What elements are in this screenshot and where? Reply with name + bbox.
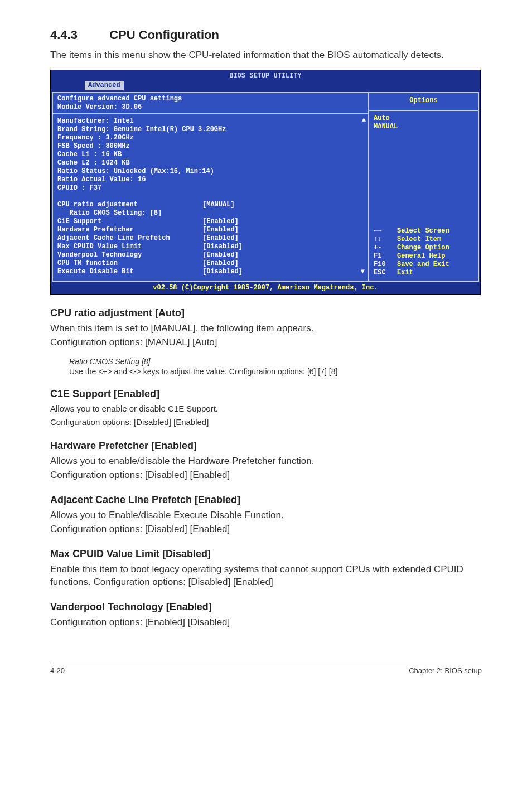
bios-info-line: Ratio Status: Unlocked (Max:16, Min:14) [57, 167, 364, 176]
help-text: Save and Exit [397, 260, 449, 269]
bios-setting-row[interactable]: Hardware Prefetcher [Enabled] [57, 226, 364, 234]
bios-setting-label: Ratio CMOS Setting: [8] [57, 209, 202, 218]
bios-info-line: Frequency : 3.20GHz [57, 134, 364, 142]
bios-left-body: ▲ Manufacturer: Intel Brand String: Genu… [53, 114, 368, 281]
help-text: Change Option [397, 244, 449, 252]
help-key: ↑↓ [374, 235, 397, 244]
sub-heading-vanderpool: Vanderpool Technology [Enabled] [50, 601, 482, 613]
sub-heading-c1e: C1E Support [Enabled] [50, 388, 482, 400]
bios-configure-line: Configure advanced CPU settings [57, 95, 364, 103]
help-row: ←→Select Screen [374, 227, 473, 235]
help-key: F1 [374, 252, 397, 260]
bios-info-line: CPUID : F37 [57, 184, 364, 192]
bios-setting-value: [Enabled] [202, 259, 239, 268]
bios-setting-row[interactable]: CPU TM function [Enabled] [57, 259, 364, 268]
page-number: 4-20 [50, 666, 65, 675]
section-number: 4.4.3 [50, 28, 106, 42]
sub-heading-adj-cache: Adjacent Cache Line Prefetch [Enabled] [50, 494, 482, 506]
help-key: F10 [374, 260, 397, 269]
bios-setting-row[interactable]: Execute Disable Bit [Disabled] ▼ [57, 268, 364, 276]
help-text: Select Item [397, 235, 441, 244]
bios-setting-value: [Enabled] [202, 218, 239, 226]
section-title-text: CPU Configuration [109, 28, 219, 42]
bios-setting-label: Max CPUID Value Limit [57, 243, 202, 251]
sub-heading-max-cpuid: Max CPUID Value Limit [Disabled] [50, 548, 482, 560]
bios-setting-value: [Enabled] [202, 226, 239, 234]
bios-screenshot: BIOS SETUP UTILITY Advanced Configure ad… [50, 70, 481, 295]
bios-title: BIOS SETUP UTILITY [51, 70, 480, 80]
help-key: ESC [374, 269, 397, 277]
sub-body: Configuration options: [Enabled] [Disabl… [50, 616, 482, 629]
bios-setting-row[interactable]: C1E Support [Enabled] [57, 218, 364, 226]
bios-setting-value: [Enabled] [202, 234, 239, 243]
bios-setting-label: Hardware Prefetcher [57, 226, 202, 234]
bios-info-line: Cache L2 : 1024 KB [57, 159, 364, 167]
bios-setting-label: Adjacent Cache Line Prefetch [57, 234, 202, 243]
bios-setting-row[interactable]: Vanderpool Technology [Enabled] [57, 251, 364, 259]
help-text: General Help [397, 252, 445, 260]
help-row: ESCExit [374, 269, 473, 277]
bios-info-line: FSB Speed : 800MHz [57, 142, 364, 151]
chapter-label: Chapter 2: BIOS setup [409, 666, 482, 675]
sub-body: Configuration options: [Disabled] [Enabl… [50, 523, 482, 536]
bios-options-header: Options [369, 93, 478, 111]
scroll-up-icon: ▲ [362, 116, 366, 124]
sub-body: Allows you to Enable/disable Execute Dis… [50, 509, 482, 522]
page-footer: 4-20 Chapter 2: BIOS setup [50, 663, 482, 675]
bios-setting-row[interactable]: Adjacent Cache Line Prefetch [Enabled] [57, 234, 364, 243]
bios-info-line: Ratio Actual Value: 16 [57, 176, 364, 184]
section-heading: 4.4.3 CPU Configuration [50, 28, 482, 42]
bios-setting-label: CPU TM function [57, 259, 202, 268]
help-row: F10Save and Exit [374, 260, 473, 269]
scroll-down-icon: ▼ [361, 268, 365, 276]
bios-setting-value: [MANUAL] [202, 201, 235, 209]
bios-tabs: Advanced [51, 80, 480, 92]
bios-setting-label: Execute Disable Bit [57, 268, 202, 276]
bios-setting-value: [Disabled] [202, 243, 243, 251]
bios-tab-advanced[interactable]: Advanced [84, 80, 124, 91]
bios-setting-row[interactable]: Max CPUID Value Limit [Disabled] [57, 243, 364, 251]
sub-body: Allows you to enable or disable C1E Supp… [50, 403, 482, 414]
help-text: Select Screen [397, 227, 449, 235]
bios-option: MANUAL [374, 123, 473, 131]
sub-body: Enable this item to boot legacy operatin… [50, 563, 482, 589]
help-row: F1General Help [374, 252, 473, 260]
ratio-cmos-body: Use the <+> and <-> keys to adjust the v… [69, 367, 482, 376]
bios-info-line: Brand String: Genuine Intel(R) CPU 3.20G… [57, 125, 364, 134]
bios-option: Auto [374, 114, 473, 123]
ratio-cmos-title: Ratio CMOS Setting [8] [69, 357, 482, 366]
ratio-cmos-block: Ratio CMOS Setting [8] Use the <+> and <… [69, 357, 482, 376]
help-key: +- [374, 244, 397, 252]
bios-setting-label: C1E Support [57, 218, 202, 226]
bios-left-header: Configure advanced CPU settings Module V… [53, 93, 368, 114]
bios-info-line: Manufacturer: Intel [57, 117, 364, 125]
sub-body: Allows you to enable/disable the Hardwar… [50, 455, 482, 468]
bios-setting-label: CPU ratio adjustment [57, 201, 202, 209]
bios-setting-value: [Enabled] [202, 251, 239, 259]
bios-help-panel: Auto MANUAL ←→Select Screen ↑↓Select Ite… [369, 111, 478, 281]
help-row: ↑↓Select Item [374, 235, 473, 244]
bios-module-version: Module Version: 3D.06 [57, 103, 364, 112]
help-key: ←→ [374, 227, 397, 235]
bios-setting-row[interactable]: Ratio CMOS Setting: [8] [57, 209, 364, 218]
sub-heading-hw-prefetch: Hardware Prefetcher [Enabled] [50, 440, 482, 452]
bios-setting-label: Vanderpool Technology [57, 251, 202, 259]
bios-info-line: Cache L1 : 16 KB [57, 151, 364, 159]
bios-setting-value: [Disabled] [202, 268, 243, 276]
sub-body: Configuration options: [Disabled] [Enabl… [50, 417, 482, 428]
help-row: +-Change Option [374, 244, 473, 252]
help-text: Exit [397, 269, 413, 277]
sub-heading-cpu-ratio: CPU ratio adjustment [Auto] [50, 307, 482, 319]
sub-body: Configuration options: [MANUAL] [Auto] [50, 336, 482, 349]
bios-setting-row[interactable]: CPU ratio adjustment [MANUAL] [57, 201, 364, 209]
sub-body: Configuration options: [Disabled] [Enabl… [50, 469, 482, 482]
bios-copyright: v02.58 (C)Copyright 1985-2007, American … [51, 283, 480, 294]
section-intro: The items in this menu show the CPU-rela… [50, 49, 482, 62]
sub-body: When this item is set to [MANUAL], the f… [50, 322, 482, 335]
